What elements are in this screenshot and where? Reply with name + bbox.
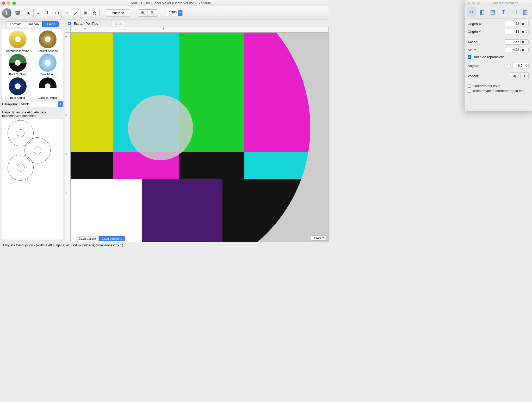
design-item[interactable]: Blue Mood — [34, 54, 61, 76]
design-canvas[interactable] — [71, 33, 328, 242]
minimize-window-button[interactable] — [7, 2, 10, 5]
disc-button: Disc — [111, 21, 126, 26]
zoom-segment — [138, 9, 157, 17]
extract-checkbox[interactable] — [68, 22, 71, 25]
close-window-button[interactable] — [2, 2, 5, 5]
chevron-down-icon: ▼ — [58, 101, 63, 107]
unit-button[interactable]: Pulgada — [106, 9, 130, 17]
tab-formato[interactable]: Formato — [7, 21, 25, 27]
ruler-tick: 2 — [65, 113, 70, 116]
rect-tool[interactable] — [52, 9, 62, 17]
design-grid: Adrenalin in VeinsAncient SoundsBack To … — [2, 29, 63, 99]
svg-line-2 — [74, 11, 77, 15]
main-titlebar: Mac CD/DVD Label Maker (Demo Version)::S… — [0, 0, 329, 6]
design-item-label: Classical Music — [34, 96, 61, 99]
design-item[interactable]: Ancient Sounds — [34, 31, 61, 52]
design-item[interactable]: Classical Music — [34, 77, 61, 99]
left-sidebar: Formato Imagen Diseño Adrenalin in Veins… — [0, 20, 65, 242]
info-icon[interactable]: i — [2, 8, 11, 18]
tracks-select-label: Pistas — [168, 10, 177, 14]
ruler-tick: 1 — [123, 27, 125, 32]
ruler-tick: 2 — [162, 27, 164, 32]
design-disc-icon — [39, 77, 57, 95]
traffic-lights — [2, 2, 16, 5]
arc-text-tool[interactable] — [34, 9, 43, 17]
ruler-tick: 4 — [65, 191, 70, 194]
canvas-body: 012 01234 — [65, 27, 329, 242]
status-text: Etiqueta Descripción - {width:4.49 pulga… — [3, 243, 123, 247]
design-disc-icon — [9, 77, 27, 95]
svg-point-1 — [65, 12, 68, 14]
zoom-indicator[interactable]: 114% ▾ — [311, 235, 327, 241]
design-disc-icon — [9, 31, 27, 48]
layer-front[interactable]: Capa delantera — [99, 236, 125, 241]
main-toolbar: i T Pulgada Pistas ▼ — [0, 6, 329, 20]
tab-diseno[interactable]: Diseño — [42, 21, 59, 27]
tab-imagen[interactable]: Imagen — [25, 21, 42, 27]
line-tool[interactable] — [71, 9, 81, 17]
ruler-tick: 3 — [65, 152, 70, 155]
ruler-tick: 0 — [84, 27, 86, 32]
layer-tabs: Capa trasera Capa delantera — [76, 236, 125, 241]
zoom-window-button[interactable] — [13, 2, 16, 5]
text-tool[interactable]: T — [43, 9, 52, 17]
category-label: Categoría: — [2, 102, 18, 106]
ruler-vertical: 01234 — [65, 33, 71, 242]
design-item-label: Blue Mood — [34, 73, 61, 76]
tracks-select[interactable]: Pistas ▼ — [165, 10, 183, 16]
layout-preview[interactable] — [2, 119, 63, 240]
layer-back[interactable]: Capa trasera — [76, 236, 99, 241]
design-item[interactable]: Back To Start — [4, 54, 31, 76]
status-bar: Etiqueta Descripción - {width:4.49 pulga… — [0, 242, 329, 248]
design-item-label: Blue Sound — [4, 96, 31, 99]
design-disc-icon — [9, 54, 27, 72]
design-disc-icon — [39, 54, 57, 72]
chevron-down-icon: ▼ — [178, 10, 182, 16]
ruler-horizontal: 012 — [71, 27, 328, 33]
svg-line-13 — [143, 14, 145, 15]
pointer-tool[interactable] — [24, 9, 34, 17]
svg-rect-0 — [55, 12, 58, 14]
design-item[interactable]: Adrenalin in Veins — [4, 31, 31, 52]
cd-center-hole — [128, 95, 193, 160]
design-item[interactable]: Blue Sound — [4, 77, 31, 99]
canvas-area: Extraer Por Tipo Disc 012 01234 — [65, 20, 329, 242]
category-value: Music — [21, 102, 29, 106]
design-item-label: Ancient Sounds — [34, 49, 61, 52]
extract-label: Extraer Por Tipo — [74, 22, 98, 26]
design-item-label: Adrenalin in Veins — [4, 49, 31, 52]
ruler-tick: 0 — [65, 35, 70, 38]
ruler-corner — [65, 27, 71, 33]
ellipse-tool[interactable] — [62, 9, 71, 17]
category-select[interactable]: Music ▼ — [20, 101, 63, 107]
tool-segment-1: T — [24, 9, 100, 17]
zoom-out-button[interactable] — [148, 10, 157, 16]
zoom-in-button[interactable] — [138, 10, 148, 16]
sidebar-tabs: Formato Imagen Diseño — [2, 21, 63, 27]
window-title: Mac CD/DVD Label Maker (Demo Version)::S… — [16, 1, 326, 5]
cd-label-shape — [71, 33, 310, 242]
mask-icon[interactable] — [13, 8, 22, 18]
ruler-tick: 1 — [65, 74, 70, 77]
svg-line-17 — [153, 14, 154, 15]
design-disc-icon — [39, 31, 57, 48]
print-hint: Haga clic en una etiqueta para Imprimirl… — [2, 111, 63, 118]
timer-tool[interactable] — [90, 9, 99, 17]
design-item-label: Back To Start — [4, 73, 31, 76]
barcode-tool[interactable] — [81, 9, 90, 17]
